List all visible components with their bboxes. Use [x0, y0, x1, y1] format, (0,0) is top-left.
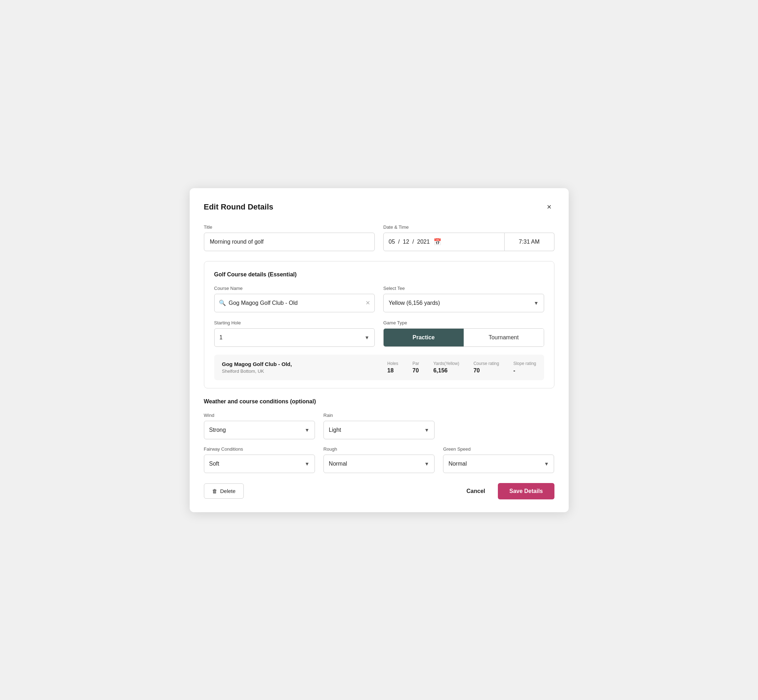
rain-field-group: Rain Light ▼	[324, 412, 434, 439]
cancel-button[interactable]: Cancel	[464, 484, 488, 499]
course-rating-value: 70	[473, 367, 480, 374]
course-info-main: Gog Magog Golf Club - Old, Shelford Bott…	[222, 361, 388, 374]
chevron-down-icon: ▼	[365, 335, 370, 341]
time-text: 7:31 AM	[519, 239, 540, 245]
chevron-down-icon: ▼	[534, 300, 539, 306]
title-field-group: Title	[204, 225, 375, 251]
footer-right: Cancel Save Details	[464, 483, 554, 499]
fairway-field-group: Fairway Conditions Soft ▼	[204, 446, 315, 473]
conditions-row: Fairway Conditions Soft ▼ Rough Normal ▼…	[204, 446, 554, 473]
course-name-text: Gog Magog Golf Club - Old	[229, 300, 363, 306]
modal-footer: 🗑 Delete Cancel Save Details	[204, 483, 554, 499]
golf-course-section: Golf Course details (Essential) Course N…	[204, 261, 554, 388]
tournament-button[interactable]: Tournament	[464, 329, 544, 347]
weather-title: Weather and course conditions (optional)	[204, 398, 554, 405]
select-tee-label: Select Tee	[383, 286, 544, 291]
wind-label: Wind	[204, 412, 315, 418]
par-stat: Par 70	[412, 361, 419, 374]
time-input[interactable]: 7:31 AM	[504, 233, 554, 251]
course-rating-label: Course rating	[473, 361, 499, 366]
trash-icon: 🗑	[212, 488, 218, 494]
modal-title: Edit Round Details	[204, 202, 274, 212]
close-button[interactable]: ×	[544, 201, 554, 213]
select-tee-field-group: Select Tee Yellow (6,156 yards) ▼	[383, 286, 544, 312]
rain-label: Rain	[324, 412, 434, 418]
rough-label: Rough	[324, 446, 434, 452]
starting-hole-value: 1	[219, 334, 362, 341]
par-value: 70	[412, 367, 419, 374]
datetime-inputs: 05 / 12 / 2021 📅 7:31 AM	[383, 233, 554, 251]
datetime-label: Date & Time	[383, 225, 554, 230]
title-label: Title	[204, 225, 375, 230]
holes-stat: Holes 18	[387, 361, 398, 374]
golf-course-section-title: Golf Course details (Essential)	[214, 271, 544, 278]
game-type-label: Game Type	[383, 320, 544, 325]
fairway-value: Soft	[209, 461, 302, 467]
datetime-field-group: Date & Time 05 / 12 / 2021 📅 7:31 AM	[383, 225, 554, 251]
top-row: Title Date & Time 05 / 12 / 2021 📅 7	[204, 225, 554, 251]
select-tee-value: Yellow (6,156 yards)	[388, 300, 531, 306]
yards-stat: Yards(Yellow) 6,156	[434, 361, 459, 374]
green-speed-label: Green Speed	[443, 446, 554, 452]
starting-hole-field-group: Starting Hole 1 ▼	[214, 320, 375, 347]
course-info-row: Gog Magog Golf Club - Old, Shelford Bott…	[214, 355, 544, 380]
rain-value: Light	[329, 427, 421, 433]
wind-field-group: Wind Strong ▼	[204, 412, 315, 439]
course-name-input[interactable]: 🔍 Gog Magog Golf Club - Old ✕	[214, 294, 375, 312]
search-icon: 🔍	[219, 300, 226, 306]
edit-round-modal: Edit Round Details × Title Date & Time 0…	[190, 188, 568, 512]
wind-dropdown[interactable]: Strong ▼	[204, 421, 315, 439]
select-tee-dropdown[interactable]: Yellow (6,156 yards) ▼	[383, 294, 544, 312]
chevron-down-icon: ▼	[424, 427, 429, 433]
green-speed-dropdown[interactable]: Normal ▼	[443, 455, 554, 473]
course-info-location: Shelford Bottom, UK	[222, 369, 388, 374]
fairway-dropdown[interactable]: Soft ▼	[204, 455, 315, 473]
rain-dropdown[interactable]: Light ▼	[324, 421, 434, 439]
starting-hole-dropdown[interactable]: 1 ▼	[214, 328, 375, 347]
course-name-label: Course Name	[214, 286, 375, 291]
yards-label: Yards(Yellow)	[434, 361, 459, 366]
course-rating-stat: Course rating 70	[473, 361, 499, 374]
yards-value: 6,156	[434, 367, 448, 374]
delete-button[interactable]: 🗑 Delete	[204, 483, 244, 499]
green-speed-value: Normal	[448, 461, 541, 467]
holes-label: Holes	[387, 361, 398, 366]
chevron-down-icon: ▼	[305, 461, 310, 467]
slope-rating-label: Slope rating	[513, 361, 536, 366]
slope-rating-value: -	[513, 367, 515, 374]
title-input[interactable]	[204, 233, 375, 251]
rough-dropdown[interactable]: Normal ▼	[324, 455, 434, 473]
clear-icon[interactable]: ✕	[365, 300, 370, 306]
wind-rain-row: Wind Strong ▼ Rain Light ▼	[204, 412, 554, 439]
chevron-down-icon: ▼	[544, 461, 549, 467]
save-button[interactable]: Save Details	[498, 483, 554, 499]
hole-gametype-row: Starting Hole 1 ▼ Game Type Practice Tou…	[214, 320, 544, 347]
rough-field-group: Rough Normal ▼	[324, 446, 434, 473]
course-name-field-group: Course Name 🔍 Gog Magog Golf Club - Old …	[214, 286, 375, 312]
weather-section: Weather and course conditions (optional)…	[204, 398, 554, 473]
green-speed-field-group: Green Speed Normal ▼	[443, 446, 554, 473]
slope-rating-stat: Slope rating -	[513, 361, 536, 374]
chevron-down-icon: ▼	[305, 427, 310, 433]
rough-value: Normal	[329, 461, 421, 467]
wind-value: Strong	[209, 427, 302, 433]
game-type-toggle: Practice Tournament	[383, 328, 544, 347]
modal-header: Edit Round Details ×	[204, 201, 554, 213]
course-info-name: Gog Magog Golf Club - Old,	[222, 361, 388, 367]
starting-hole-label: Starting Hole	[214, 320, 375, 325]
course-tee-row: Course Name 🔍 Gog Magog Golf Club - Old …	[214, 286, 544, 312]
course-stats: Holes 18 Par 70 Yards(Yellow) 6,156 Cour…	[387, 361, 536, 374]
practice-button[interactable]: Practice	[384, 329, 464, 347]
par-label: Par	[412, 361, 419, 366]
fairway-label: Fairway Conditions	[204, 446, 315, 452]
calendar-icon: 📅	[434, 238, 441, 246]
game-type-field-group: Game Type Practice Tournament	[383, 320, 544, 347]
delete-label: Delete	[220, 488, 236, 494]
date-input[interactable]: 05 / 12 / 2021 📅	[383, 233, 504, 251]
chevron-down-icon: ▼	[424, 461, 429, 467]
date-text: 05 / 12 / 2021	[388, 239, 430, 245]
holes-value: 18	[387, 367, 393, 374]
